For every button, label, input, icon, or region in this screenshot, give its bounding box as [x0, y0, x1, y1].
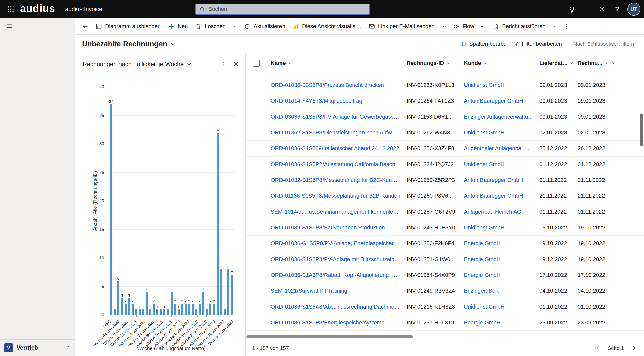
chart-selector[interactable]: Rechnungen nach Fälligkeit je Woche: [83, 61, 192, 68]
table-row[interactable]: ORD-01036-S1S5P2/Ausstattung California …: [246, 157, 644, 172]
edit-columns-button[interactable]: Spalten bearb.: [460, 41, 505, 47]
customer-link[interactable]: Unidienst GmbH: [464, 82, 504, 88]
table-row[interactable]: ORD-01014-Y4Y6T3/MitgliedsbeitragINV-012…: [246, 93, 644, 109]
chart-bar[interactable]: 2: [209, 87, 212, 315]
chart-bar[interactable]: 2: [180, 87, 184, 315]
chart-bar[interactable]: 3: [120, 87, 124, 315]
customer-link[interactable]: Anton Bauregger GmbH: [464, 193, 523, 199]
invoice-name-link[interactable]: ORD-01036-G1S5P8/PV-Anlage, Energiespeic…: [271, 240, 394, 246]
command-löschen-dropdown[interactable]: [229, 20, 238, 33]
customer-link[interactable]: Enzinger Anlagenverwaltu...: [464, 114, 533, 120]
command-bericht-ausführen-dropdown[interactable]: [549, 20, 558, 33]
chart-bar[interactable]: 1: [155, 87, 159, 315]
horizontal-scrollbar[interactable]: [246, 334, 644, 340]
table-row[interactable]: ORD-01036-G1S5P8/PV-Anlage, Energiespeic…: [246, 236, 644, 251]
chart-bar[interactable]: 1: [223, 87, 227, 315]
first-page-button[interactable]: [594, 345, 600, 351]
invoice-name-link[interactable]: ORD-03036-S1S5P8/PV-Anlage für Gewerbega…: [271, 114, 404, 120]
search-input[interactable]: [208, 6, 366, 12]
chart-bar[interactable]: 1: [163, 87, 166, 315]
chart-bar[interactable]: 4: [145, 87, 148, 315]
back-button[interactable]: [78, 20, 92, 33]
customer-link[interactable]: Unidienst GmbH: [464, 161, 504, 167]
chart-bar[interactable]: 1: [141, 87, 145, 315]
invoice-name-link[interactable]: ORD-01032-S1S5P8/Messeplanung für B2C-Ku…: [271, 177, 401, 183]
customer-link[interactable]: Energie GmbH: [464, 256, 501, 262]
chart-close-button[interactable]: [230, 58, 242, 70]
customer-link[interactable]: Augenthaler Anlagenbau ...: [464, 145, 531, 151]
settings-button[interactable]: [595, 2, 609, 16]
chart-bar[interactable]: 4: [170, 87, 173, 315]
invoice-name-link[interactable]: ORD-01036-S1S8P8/PV-Anlage mit Blitzschu…: [271, 256, 402, 262]
customer-link[interactable]: Enzinger, Bert: [464, 288, 499, 294]
column-header-kunde[interactable]: Kunde: [461, 53, 536, 73]
edit-filters-button[interactable]: Filter bearbeiten: [513, 41, 562, 47]
chart-bar[interactable]: 2: [212, 87, 216, 315]
chart-bar[interactable]: 2: [124, 87, 127, 315]
chart-bar[interactable]: 1: [177, 87, 180, 315]
command-neu[interactable]: Neu: [165, 20, 191, 33]
invoice-name-link[interactable]: ORD-01036-S1S5P2/Ausstattung California …: [271, 161, 395, 167]
chart-bar[interactable]: 1: [205, 87, 209, 315]
customer-link[interactable]: Energie GmbH: [464, 240, 501, 246]
chart-bar[interactable]: 8: [227, 87, 230, 315]
keyword-filter-input[interactable]: [570, 38, 637, 50]
customer-link[interactable]: Anton Bauregger GmbH: [464, 98, 523, 104]
table-row[interactable]: ORD-01036-S1S8P8/PV-Anlage mit Blitzschu…: [246, 251, 644, 267]
vertical-scrollbar[interactable]: [639, 53, 644, 333]
chart-bar[interactable]: 32: [216, 87, 220, 315]
customer-link[interactable]: Anton Bauregger GmbH: [464, 177, 523, 183]
table-row[interactable]: ORD-01036-S1S589/Italienischer Abend 24.…: [246, 141, 644, 157]
command-flow-dropdown[interactable]: [478, 20, 487, 33]
chart-bar[interactable]: 2: [131, 87, 134, 315]
command-löschen[interactable]: Löschen: [192, 20, 229, 33]
chart-bar[interactable]: 2: [187, 87, 191, 315]
command-aktualisieren[interactable]: Aktualisieren: [240, 20, 289, 33]
command-diese-ansicht-visualisi[interactable]: Diese Ansicht visualisi...: [289, 20, 365, 33]
chart-bar[interactable]: 2: [191, 87, 194, 315]
table-row[interactable]: ORD-01036-S3S5P8/Prozess Bericht drucken…: [246, 77, 644, 93]
invoice-name-link[interactable]: SEM-1021/Survival Kit Training: [271, 288, 347, 294]
chart-more-commands-button[interactable]: [218, 58, 230, 70]
customer-link[interactable]: Unidienst GmbH: [464, 129, 504, 136]
table-row[interactable]: ORD-01032-S1S5P8/Messeplanung für B2C-Ku…: [246, 172, 644, 188]
chart-bar[interactable]: 2: [152, 87, 155, 315]
customer-link[interactable]: Energie GmbH: [464, 319, 501, 326]
chart-bar[interactable]: 1: [113, 87, 117, 315]
app-launcher-button[interactable]: [4, 2, 18, 16]
table-row[interactable]: ORD-01362-S1S5P8/Dienstleistungen nach A…: [246, 125, 644, 141]
table-row[interactable]: ORD-01036-S1A3P8/Rabatt_Kopf-Aliquotieru…: [246, 267, 644, 283]
column-header-name[interactable]: Name: [268, 53, 404, 73]
chart-bar[interactable]: 1: [194, 87, 198, 315]
chart-bar[interactable]: 4: [202, 87, 205, 315]
invoice-name-link[interactable]: ORD-01014-Y4Y6T3/Mitgliedsbeitrag: [271, 98, 362, 104]
table-row[interactable]: ORD-01039-S1S5P8/Bauvorhaben ProduktionI…: [246, 220, 644, 236]
vertical-scrollbar-thumb[interactable]: [640, 114, 643, 146]
column-header-rechnu[interactable]: Rechnu...: [575, 53, 615, 73]
menu-toggle-button[interactable]: [2, 18, 17, 34]
invoice-name-link[interactable]: ORD-01039-S1S5P8/Bauvorhaben Produktion: [271, 224, 385, 231]
chart-bar[interactable]: 3: [127, 87, 131, 315]
command-diagramm-ausblenden[interactable]: Diagramm ausblenden: [92, 20, 164, 33]
chart-bar[interactable]: 1: [166, 87, 170, 315]
customer-link[interactable]: Anlagenbau Heirich AG: [464, 209, 521, 215]
invoice-name-link[interactable]: ORD-01036-S3S5P8/Prozess Bericht drucken: [271, 82, 384, 88]
invoice-name-link[interactable]: ORD-01036-S1S5P8/Energiespeichersysteme: [271, 319, 384, 326]
table-row[interactable]: ORD-01036-S1S5P8/EnergiespeichersystemeI…: [246, 315, 644, 331]
quick-create-button[interactable]: [580, 2, 594, 16]
view-selector[interactable]: Unbezahlte Rechnungen: [82, 40, 176, 48]
command-flow[interactable]: Flow: [450, 20, 477, 33]
command-overflow-button[interactable]: [560, 20, 572, 33]
user-avatar[interactable]: UT: [627, 3, 640, 16]
next-page-button[interactable]: [631, 345, 637, 351]
customer-link[interactable]: Unidienst GmbH: [464, 303, 504, 310]
invoice-name-link[interactable]: SEM-1014/audius:Seminarmanagement kennen…: [271, 209, 403, 215]
invoice-name-link[interactable]: ORD-01362-S1S5P8/Dienstleistungen nach A…: [271, 129, 403, 136]
chart-bar[interactable]: 7: [230, 87, 234, 315]
area-switcher[interactable]: V Vertrieb: [0, 339, 75, 356]
table-row[interactable]: ORD-01136-S1S5P8/Messeplanung für B2B-Ku…: [246, 188, 644, 204]
chart-bar[interactable]: 1: [134, 87, 138, 315]
column-header-lieferdat[interactable]: Lieferdat...: [536, 53, 575, 73]
chart-bar[interactable]: 2: [184, 87, 187, 315]
invoice-name-link[interactable]: ORD-01036-S1S589/Italienischer Abend 24.…: [271, 145, 399, 151]
